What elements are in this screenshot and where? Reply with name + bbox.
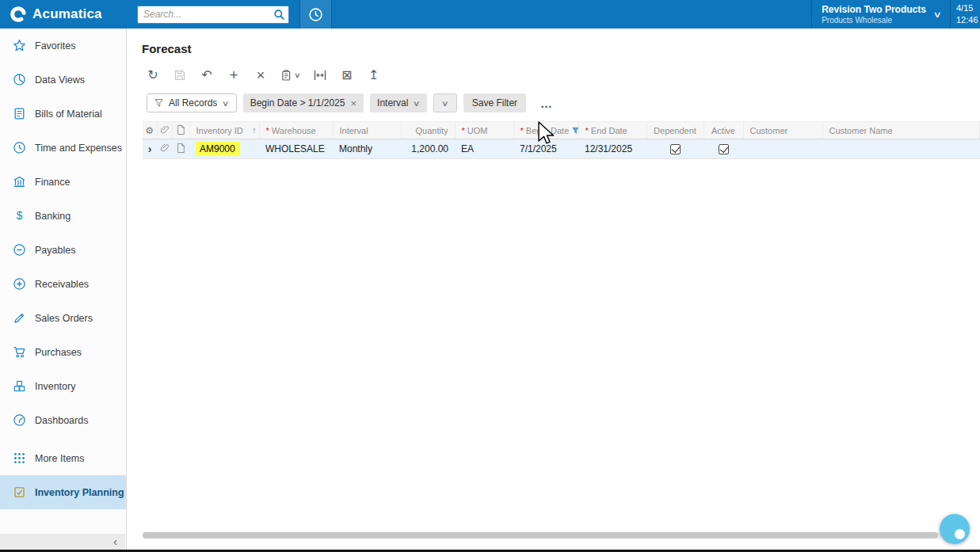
sidebar-item-time-and-expenses[interactable]: Time and Expenses (0, 131, 126, 165)
column-header-interval[interactable]: Interval (333, 122, 401, 139)
sidebar-item-sales-orders[interactable]: Sales Orders (0, 301, 126, 335)
cell-active[interactable] (704, 139, 743, 159)
fit-to-screen-button[interactable] (313, 67, 327, 83)
branch-name: Products Wholesale (822, 16, 926, 25)
filter-chip-begin-date[interactable]: Begin Date > 1/1/2025 × (243, 93, 364, 112)
cell-begin-date[interactable]: 7/1/2025 (513, 139, 578, 159)
scrollbar-thumb[interactable] (143, 532, 938, 539)
page-title: Forecast (142, 42, 980, 55)
sidebar-item-more-items[interactable]: More Items (0, 441, 126, 475)
undo-button[interactable]: ↶ (200, 67, 214, 83)
add-filter-dropdown[interactable]: ∨ (433, 93, 457, 112)
planning-icon (12, 485, 26, 500)
horizontal-scrollbar[interactable] (143, 532, 942, 539)
cell-end-date[interactable]: 12/31/2025 (578, 139, 646, 159)
sidebar-collapse-icon[interactable]: ‹ (113, 535, 117, 548)
dependent-checkbox[interactable] (670, 144, 681, 154)
cell-dependent[interactable] (646, 139, 704, 159)
sidebar-item-label: More Items (35, 453, 85, 464)
cell-uom[interactable]: EA (455, 139, 513, 159)
column-settings-button[interactable]: ⚙ (143, 122, 157, 139)
cell-inventory-id[interactable]: AM9000 (189, 139, 259, 159)
grid-header-row: ⚙ Inventory ID ↑ Warehouse Interval Quan… (143, 122, 980, 139)
remove-filter-icon[interactable]: × (350, 97, 357, 109)
paperclip-icon (160, 143, 170, 153)
column-header-dependent[interactable]: Dependent (646, 122, 704, 139)
column-header-quantity[interactable]: Quantity (401, 122, 455, 139)
cell-customer[interactable] (743, 139, 822, 159)
refresh-button[interactable]: ↻ (146, 67, 160, 83)
save-icon (174, 69, 186, 82)
global-search[interactable] (137, 6, 289, 24)
cell-customer-name[interactable] (822, 139, 980, 159)
column-header-begin-date[interactable]: Begin Date (513, 122, 578, 139)
chevron-down-icon: ∨ (441, 99, 449, 108)
document-lines-icon (12, 107, 26, 121)
notes-column-header[interactable] (172, 122, 189, 139)
upload-button[interactable]: ↥ (367, 67, 381, 83)
current-date: 4/15 (956, 2, 980, 14)
column-header-end-date[interactable]: End Date (578, 122, 646, 139)
column-header-customer-name[interactable]: Customer Name (822, 122, 980, 139)
inventory-id-value: AM9000 (196, 142, 240, 156)
app-logo[interactable]: Acumatica (0, 0, 127, 29)
row-attachment-cell[interactable] (157, 139, 172, 159)
attachments-column-header[interactable] (157, 122, 172, 139)
svg-text:$: $ (16, 209, 22, 222)
sidebar-item-finance[interactable]: Finance (0, 165, 126, 199)
sidebar-item-receivables[interactable]: Receivables (0, 267, 126, 301)
search-icon[interactable] (273, 9, 285, 21)
sidebar-item-label: Sales Orders (35, 313, 93, 324)
sidebar-item-label: Receivables (35, 279, 89, 290)
sidebar-item-label: Inventory (35, 381, 75, 392)
main-content: Forecast ↻ ↶ + × ∨ ⊠ ↥ All Records ∨ Beg… (128, 29, 980, 550)
sidebar-item-inventory-planning[interactable]: Inventory Planning (0, 475, 126, 509)
company-branch-selector[interactable]: Revision Two Products Products Wholesale… (812, 0, 950, 29)
sidebar-item-payables[interactable]: Payables (0, 233, 126, 267)
row-note-cell[interactable] (172, 139, 189, 159)
column-header-active[interactable]: Active (704, 122, 743, 139)
add-row-button[interactable]: + (227, 67, 241, 83)
grid-dots-icon (12, 451, 26, 466)
sidebar-item-bills-of-material[interactable]: Bills of Material (0, 97, 126, 131)
bank-icon (12, 175, 26, 189)
business-date-button[interactable] (300, 0, 331, 29)
column-header-warehouse[interactable]: Warehouse (259, 122, 333, 139)
cell-interval[interactable]: Monthly (333, 139, 401, 159)
cell-quantity[interactable]: 1,200.00 (401, 139, 455, 159)
sidebar-item-label: Data Views (35, 74, 85, 86)
topbar: Acumatica Revision Two Products Products… (0, 0, 980, 29)
save-filter-button[interactable]: Save Filter (463, 93, 526, 112)
cell-warehouse[interactable]: WHOLESALE (259, 139, 333, 159)
copy-paste-button[interactable]: ∨ (280, 69, 300, 82)
minus-circle-icon (12, 243, 26, 257)
column-header-inventory-id[interactable]: Inventory ID ↑ (189, 122, 259, 139)
assistant-chat-bubble[interactable] (940, 514, 970, 544)
search-input[interactable] (143, 9, 273, 20)
filter-chip-interval[interactable]: Interval ∨ (370, 93, 427, 112)
expand-row-icon[interactable]: › (148, 143, 152, 155)
sidebar-item-purchases[interactable]: Purchases (0, 335, 126, 369)
dollar-icon: $ (12, 209, 26, 223)
active-checkbox[interactable] (719, 144, 729, 154)
company-name: Revision Two Products (822, 4, 926, 16)
funnel-icon (154, 98, 163, 108)
more-options-button[interactable]: … (540, 97, 553, 110)
save-button[interactable] (173, 67, 187, 83)
sidebar-item-dashboards[interactable]: Dashboards (0, 403, 126, 437)
sidebar-item-data-views[interactable]: Data Views (0, 63, 126, 97)
boxes-icon (12, 379, 26, 394)
records-filter-select[interactable]: All Records ∨ (147, 93, 237, 112)
grid-row-am9000[interactable]: › AM9000 WHOLESALE Monthly 1,200.00 EA 7… (143, 139, 980, 159)
column-header-customer[interactable]: Customer (743, 122, 822, 139)
chevron-down-icon: ∨ (932, 10, 941, 20)
sidebar-item-label: Purchases (35, 347, 82, 358)
sidebar-item-favorites[interactable]: Favorites (0, 29, 126, 63)
pencil-icon (12, 311, 26, 325)
sidebar-item-inventory[interactable]: Inventory (0, 369, 126, 403)
export-to-excel-button[interactable]: ⊠ (340, 67, 354, 83)
sidebar-item-banking[interactable]: $ Banking (0, 199, 126, 233)
delete-row-button[interactable]: × (254, 67, 268, 83)
filter-bar: All Records ∨ Begin Date > 1/1/2025 × In… (147, 93, 980, 112)
column-header-uom[interactable]: UOM (455, 122, 513, 139)
